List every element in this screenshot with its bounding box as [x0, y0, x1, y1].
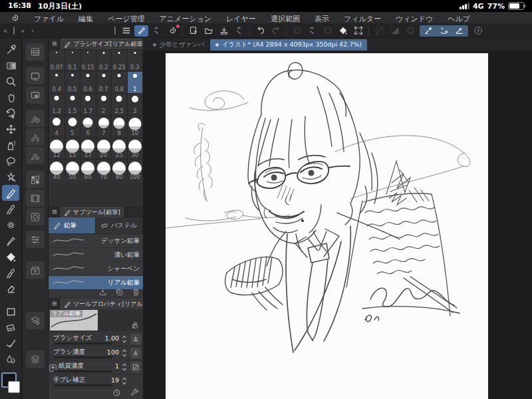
page-manager-dock-button[interactable] [26, 43, 45, 61]
move-tool[interactable] [2, 121, 19, 137]
tool-property-dock-button[interactable] [26, 147, 45, 164]
unlock-icon[interactable] [131, 321, 139, 329]
panel-menu-icon[interactable] [51, 301, 58, 307]
brush-size-cell-70[interactable]: 70 [96, 160, 112, 181]
auto-select-tool[interactable] [2, 169, 19, 185]
main-menu-icon[interactable] [119, 25, 133, 37]
filter-spinner-button[interactable] [290, 25, 304, 37]
brush-size-cell-0.8[interactable]: 0.8 [112, 72, 127, 93]
brush-size-cell-15[interactable]: 15 [65, 138, 80, 159]
brush-size-cell-0.15[interactable]: 0.15 [80, 50, 96, 71]
brush-size-cell-4[interactable]: 4 [49, 116, 65, 137]
brush-size-cell-12[interactable]: 12 [49, 138, 65, 159]
canvas-tab-inactive[interactable]: 少年とヴァンパ [148, 39, 210, 51]
fill-tool[interactable] [2, 249, 19, 265]
property-slider[interactable] [54, 342, 112, 344]
pen-tool[interactable] [2, 201, 19, 217]
property-slider[interactable] [54, 384, 112, 386]
texture-none-button[interactable] [130, 362, 141, 372]
canvas-view-dock-button[interactable] [26, 67, 45, 84]
menu-item-4[interactable]: レイヤー [219, 15, 263, 23]
brush-size-cell-1.2[interactable]: 1.2 [49, 94, 65, 115]
collapse-dock-button[interactable]: « [17, 27, 28, 35]
brush-size-cell-0.5[interactable]: 0.5 [65, 72, 80, 93]
gradient-tool[interactable] [2, 57, 19, 73]
color-set-dock-button[interactable] [26, 171, 45, 188]
reference-dock-button[interactable] [26, 86, 45, 104]
snap-ruler-button[interactable] [422, 25, 436, 37]
brush-size-cell-2.5[interactable]: 2.5 [112, 94, 127, 115]
rotate-view-tool[interactable] [2, 105, 19, 121]
pencil-tool-selected[interactable] [2, 185, 19, 201]
select-layer-button[interactable] [321, 25, 334, 37]
collapse-toolstrip-button[interactable]: « [0, 27, 11, 35]
dynamics-source-button[interactable] [130, 348, 141, 358]
subtool-tab-pastel[interactable]: パステル [96, 217, 143, 233]
marker-tool[interactable] [2, 265, 19, 281]
animation-dock-button[interactable] [26, 261, 45, 279]
brush-size-cell-0.6[interactable]: 0.6 [80, 72, 96, 93]
brush-size-cell-0.2[interactable]: 0.2 [96, 50, 112, 71]
brush-size-cell-6[interactable]: 6 [80, 116, 96, 137]
value-stepper-icon[interactable] [122, 363, 127, 371]
crop-button[interactable] [351, 25, 365, 37]
subtool-nav-dock-button[interactable] [26, 110, 45, 127]
subtool-item-1[interactable]: 濃い鉛筆 [49, 248, 143, 262]
value-stepper-icon[interactable] [122, 377, 127, 385]
brush-size-cell-20[interactable]: 20 [96, 138, 112, 159]
brush-size-cell-0.4[interactable]: 0.4 [49, 72, 65, 93]
clip-studio-button[interactable] [165, 25, 179, 37]
deselect-button[interactable] [372, 25, 386, 37]
brush-size-cell-100[interactable]: 100 [128, 160, 143, 181]
menu-item-7[interactable]: フィルター [336, 15, 388, 23]
menu-item-5[interactable]: 選択範囲 [263, 15, 307, 23]
subtool-tab-pencil[interactable]: 鉛筆 [49, 217, 96, 233]
decoration-tool[interactable] [2, 217, 19, 233]
brush-size-cell-80[interactable]: 80 [112, 160, 127, 181]
redo-button[interactable] [269, 25, 283, 37]
undo-button[interactable] [253, 25, 267, 37]
brush-size-cell-10[interactable]: 10 [128, 116, 143, 137]
pane-handle-2[interactable] [114, 27, 116, 35]
drawing-canvas-page[interactable] [166, 53, 488, 399]
brush-settings-dock-button[interactable] [26, 128, 45, 146]
brush-size-cell-0.07[interactable]: 0.07 [49, 50, 65, 71]
subtool-item-0[interactable]: デッサン鉛筆 [49, 234, 143, 248]
lasso-selection-tool[interactable] [2, 153, 19, 169]
brush-size-cell-7[interactable]: 7 [96, 116, 112, 137]
hand-tool[interactable] [2, 89, 19, 105]
duplicate-subtool-icon[interactable] [115, 288, 124, 297]
snap-special-ruler-button[interactable] [437, 25, 451, 37]
help-button[interactable] [471, 25, 485, 37]
brush-size-cell-3[interactable]: 3 [128, 94, 143, 115]
magnifier-tool[interactable] [2, 73, 19, 89]
brush-size-cell-1.5[interactable]: 1.5 [65, 94, 80, 115]
export-button[interactable] [217, 25, 231, 37]
snap-guide-button[interactable] [452, 25, 466, 37]
brush-size-cell-30[interactable]: 30 [128, 138, 143, 159]
register-preset-icon[interactable] [112, 388, 121, 397]
pane-handle[interactable] [13, 27, 15, 35]
timeline-dock-button[interactable] [26, 190, 45, 207]
blend-tool[interactable] [2, 351, 19, 367]
frame-border-tool[interactable] [2, 319, 19, 335]
subtool-item-2[interactable]: シャーペン [49, 262, 143, 276]
expand-edit-options-icon[interactable] [305, 25, 319, 37]
wrench-settings-icon[interactable] [130, 388, 139, 397]
dynamics-source-button[interactable] [130, 334, 141, 344]
eyedropper-tool[interactable] [2, 41, 19, 57]
menu-item-0[interactable]: ファイル [27, 15, 71, 23]
command-bar-dock-button[interactable] [26, 231, 45, 248]
brush-size-cell-40[interactable]: 40 [49, 160, 65, 181]
panel-menu-icon[interactable] [51, 41, 58, 47]
brush-size-cell-0.3[interactable]: 0.3 [128, 50, 143, 71]
import-subtool-icon[interactable] [98, 288, 107, 297]
menu-item-8[interactable]: ウィンドウ [388, 15, 440, 23]
menu-item-1[interactable]: 編集 [71, 15, 100, 23]
quick-access-dock-button[interactable] [26, 208, 45, 225]
brush-tool[interactable] [2, 233, 19, 249]
canvas-tab-active[interactable]: イラスト* (A4 2894 x 4093px 350dpi 42.7%) [210, 39, 367, 51]
clip-studio-logo-icon[interactable] [9, 13, 20, 23]
delete-subtool-icon[interactable] [132, 288, 140, 297]
invert-selection-button[interactable] [388, 25, 402, 37]
